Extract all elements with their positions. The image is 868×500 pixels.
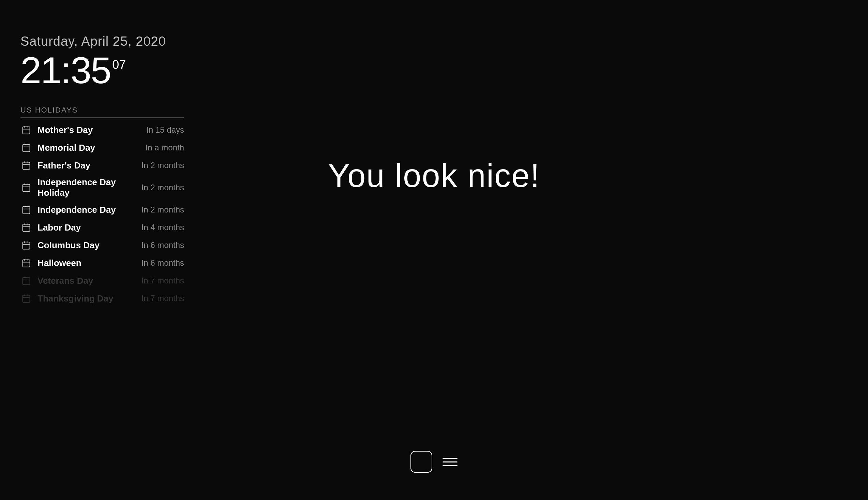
holiday-time: In 15 days <box>146 125 184 135</box>
holiday-name: Columbus Day <box>37 240 141 251</box>
holiday-time: In 7 months <box>141 276 184 285</box>
holiday-item: Memorial Day In a month <box>21 139 184 157</box>
holiday-name: Independence Day Holiday <box>37 177 141 198</box>
holiday-item: Independence Day In 2 months <box>21 201 184 219</box>
holiday-name: Mother's Day <box>37 125 146 135</box>
date-time-widget: Saturday, April 25, 2020 21:35 07 <box>21 34 166 89</box>
time-container: 21:35 07 <box>21 52 166 89</box>
compliment-message: You look nice! <box>328 157 540 194</box>
svg-rect-4 <box>23 145 30 152</box>
holiday-time: In 4 months <box>141 223 184 232</box>
holiday-item: Mother's Day In 15 days <box>21 121 184 139</box>
calendar-icon <box>21 239 32 251</box>
holiday-name: Memorial Day <box>37 143 146 153</box>
svg-rect-32 <box>23 277 30 285</box>
holiday-item: Labor Day In 4 months <box>21 219 184 236</box>
holiday-name: Father's Day <box>37 160 141 171</box>
holiday-name: Thanksgiving Day <box>37 293 141 304</box>
holiday-time: In 7 months <box>141 294 184 303</box>
holiday-time: In 2 months <box>141 183 184 192</box>
svg-rect-20 <box>23 225 30 231</box>
holiday-name: Halloween <box>37 258 141 269</box>
menu-line-1 <box>442 458 458 459</box>
holiday-name: Labor Day <box>37 223 141 233</box>
time-seconds: 07 <box>112 58 126 72</box>
holiday-item: Columbus Day In 6 months <box>21 236 184 254</box>
holiday-time: In 2 months <box>141 205 184 215</box>
calendar-icon <box>21 275 32 286</box>
calendar-icon <box>21 222 32 233</box>
svg-rect-28 <box>23 260 30 267</box>
holiday-time: In 2 months <box>141 161 184 170</box>
holiday-time: In a month <box>146 143 184 152</box>
holiday-name: Independence Day <box>37 205 141 215</box>
svg-rect-36 <box>23 295 30 303</box>
holiday-item: Father's Day In 2 months <box>21 157 184 174</box>
calendar-icon <box>21 293 32 304</box>
holiday-item: Thanksgiving Day In 7 months <box>21 289 184 307</box>
time-hours: 21:35 <box>21 52 111 89</box>
calendar-icon <box>21 182 32 193</box>
holiday-list: Mother's Day In 15 days Memorial Day In … <box>21 121 184 307</box>
date-display: Saturday, April 25, 2020 <box>21 34 166 49</box>
home-button[interactable] <box>410 451 432 473</box>
holiday-time: In 6 months <box>141 258 184 268</box>
calendar-icon <box>21 124 32 136</box>
holiday-name: Veterans Day <box>37 275 141 286</box>
menu-line-2 <box>442 462 458 463</box>
holidays-section: US HOLIDAYS Mother's Day In 15 days <box>21 106 184 307</box>
calendar-icon <box>21 142 32 154</box>
holiday-item: Veterans Day In 7 months <box>21 272 184 289</box>
svg-rect-24 <box>23 242 30 249</box>
calendar-icon <box>21 204 32 216</box>
svg-rect-12 <box>23 184 30 192</box>
holiday-time: In 6 months <box>141 240 184 250</box>
holiday-item: Halloween In 6 months <box>21 254 184 272</box>
holidays-title: US HOLIDAYS <box>21 106 184 118</box>
calendar-icon <box>21 160 32 171</box>
menu-line-3 <box>442 465 458 466</box>
svg-rect-16 <box>23 207 30 214</box>
calendar-icon <box>21 257 32 269</box>
svg-rect-0 <box>23 127 30 134</box>
bottom-bar <box>410 451 458 473</box>
svg-rect-8 <box>23 162 30 170</box>
holiday-item: Independence Day Holiday In 2 months <box>21 174 184 201</box>
menu-button[interactable] <box>442 458 458 466</box>
